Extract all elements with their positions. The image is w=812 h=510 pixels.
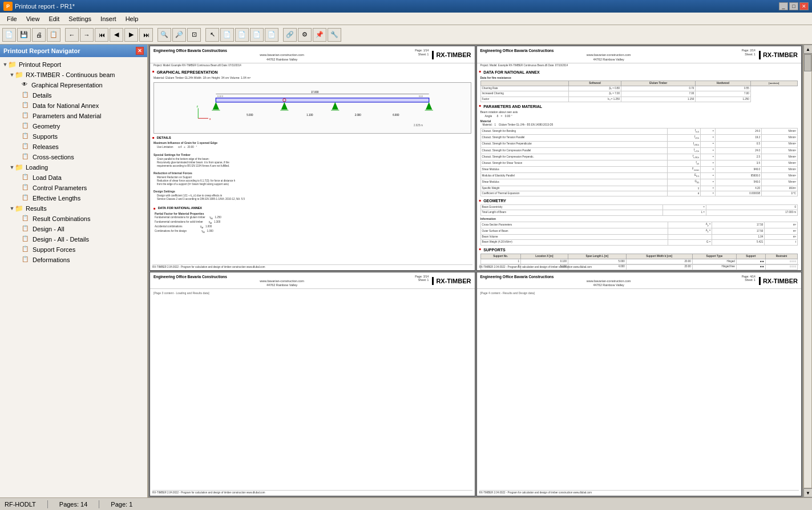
page-1: Engineering Office Bavaria Constructions…	[150, 46, 475, 271]
doc-icon-effective: 📋	[22, 194, 31, 202]
scroll-up-button[interactable]: ▲	[803, 45, 812, 54]
tree-arrow-loading[interactable]: ▼	[9, 164, 15, 170]
tree-container[interactable]: ▼ 📁 Printout Report ▼ 📁 RX-TIMBER - Cont…	[0, 57, 147, 497]
settings-button[interactable]: ⚙	[298, 28, 312, 42]
tree-item-cross-sections[interactable]: 📋 Cross-sections	[0, 152, 147, 162]
tool1-button[interactable]: 📄	[220, 28, 234, 42]
first-button[interactable]: ⏮	[95, 28, 108, 42]
svg-rect-5	[216, 98, 429, 102]
menu-edit[interactable]: Edit	[44, 14, 64, 23]
undo-button[interactable]: ←	[65, 28, 79, 42]
folder-icon-rx: 📁	[15, 71, 24, 79]
tree-item-params[interactable]: 📋 Parameters and Material	[0, 111, 147, 121]
tree-item-supports[interactable]: 📋 Supports	[0, 131, 147, 142]
tree-item-control-params[interactable]: 📋 Control Parameters	[0, 183, 147, 193]
tree-item-details[interactable]: 📋 Details	[0, 90, 147, 101]
tree-label-design-all: Design - All	[33, 226, 64, 232]
tool4-button[interactable]: 📄	[265, 28, 278, 42]
doc-icon-details: 📋	[22, 91, 31, 99]
section-params: PARAMETERS AND MATERIAL	[479, 104, 799, 109]
redo-button[interactable]: →	[80, 28, 94, 42]
vertical-scrollbar[interactable]: ▲ ▼	[803, 45, 812, 497]
svg-text:0.10 0: 0.10 0	[217, 95, 223, 98]
scroll-thumb[interactable]	[804, 54, 811, 71]
tree-item-design-all-details[interactable]: 📋 Design - All - Details	[0, 234, 147, 244]
link-button[interactable]: 🔗	[283, 28, 297, 42]
prev-button[interactable]: ◀	[110, 28, 123, 42]
new-button[interactable]: 📄	[2, 28, 16, 42]
svg-marker-8	[213, 102, 219, 109]
tree-item-effective-lengths[interactable]: 📋 Effective Lengths	[0, 193, 147, 203]
menu-view[interactable]: View	[22, 14, 45, 23]
maximize-button[interactable]: □	[789, 2, 798, 10]
doc-icon-releases: 📋	[22, 143, 31, 151]
tree-item-loading[interactable]: ▼ 📁 Loading	[0, 162, 147, 172]
panel-title: Printout Report Navigator	[3, 47, 80, 54]
tree-item-design-all[interactable]: 📋 Design - All	[0, 224, 147, 234]
doc-icon-support-forces: 📋	[22, 246, 31, 254]
left-panel: Printout Report Navigator ✕ ▼ 📁 Printout…	[0, 45, 148, 497]
tree-item-deformations[interactable]: 📋 Deformations	[0, 255, 147, 265]
tool-button[interactable]: 🔧	[328, 28, 341, 42]
tree-arrow-rx[interactable]: ▼	[9, 72, 15, 78]
tree-arrow[interactable]: ▼	[2, 62, 8, 67]
tree-label-cross-sections: Cross-sections	[33, 154, 74, 160]
tool2-button[interactable]: 📄	[235, 28, 249, 42]
svg-text:1.100: 1.100	[306, 113, 313, 116]
save-button[interactable]: 💾	[17, 28, 31, 42]
menu-file[interactable]: File	[2, 14, 22, 23]
zoom-in-button[interactable]: 🔍	[157, 28, 171, 42]
menu-settings[interactable]: Settings	[64, 14, 96, 23]
tool3-button[interactable]: 📄	[250, 28, 264, 42]
svg-marker-14	[332, 102, 338, 109]
tree-item-geometry[interactable]: 📋 Geometry	[0, 121, 147, 131]
tree-item-national[interactable]: 📋 Data for National Annex	[0, 101, 147, 111]
svg-marker-11	[281, 102, 288, 109]
print-button[interactable]: 🖨	[32, 28, 46, 42]
minimize-button[interactable]: _	[779, 2, 788, 10]
copy-button[interactable]: 📋	[47, 28, 60, 42]
tree-label-releases: Releases	[33, 143, 59, 150]
tree-item-results[interactable]: ▼ 📁 Results	[0, 203, 147, 214]
details-content: Maximum Influence of Grain for 1 opened …	[150, 141, 475, 234]
page-2-header: Engineering Office Bavaria Constructions…	[477, 46, 802, 63]
tree-item-printout-report[interactable]: ▼ 📁 Printout Report	[0, 59, 147, 70]
zoom-fit-button[interactable]: ⊡	[187, 28, 201, 42]
last-button[interactable]: ⏭	[139, 28, 153, 42]
scroll-track[interactable]	[803, 54, 812, 488]
company-addr-3: 44762 Rainbow Valley	[153, 283, 410, 287]
doc-icon-deformations: 📋	[22, 256, 31, 264]
doc-icon-design-details: 📋	[22, 235, 31, 243]
rx-timber-logo-1: RX-TIMBER	[432, 51, 471, 59]
tree-label-results: Results	[26, 205, 47, 212]
select-button[interactable]: ↖	[205, 28, 219, 42]
menu-help[interactable]: Help	[121, 14, 143, 23]
tree-item-result-combinations[interactable]: 📋 Result Combinations	[0, 214, 147, 224]
tree-item-releases[interactable]: 📋 Releases	[0, 142, 147, 152]
national-data: Data for fire resistance SoftwoodGlulam …	[477, 76, 802, 102]
tree-label-national: Data for National Annex	[33, 102, 99, 109]
tree-label-effective-lengths: Effective Lengths	[33, 195, 80, 202]
section-details-p1: DETAILS	[152, 136, 472, 140]
tree-item-graphical[interactable]: 👁 Graphical Representation	[0, 80, 147, 90]
rx-timber-logo-3: RX-TIMBER	[432, 277, 471, 285]
doc-icon-supports: 📋	[22, 132, 31, 140]
tree-item-load-data[interactable]: 📋 Load Data	[0, 172, 147, 183]
next-button[interactable]: ▶	[124, 28, 138, 42]
svg-text:2.000: 2.000	[355, 113, 362, 116]
close-button[interactable]: ✕	[799, 2, 809, 10]
eye-icon: 👁	[22, 81, 30, 89]
panel-close-button[interactable]: ✕	[136, 47, 144, 55]
page-4-content: [Page 4 content - Results and Design dat…	[480, 291, 798, 295]
scroll-down-button[interactable]: ▼	[803, 488, 812, 497]
pin-button[interactable]: 📌	[313, 28, 326, 42]
tree-label-deformations: Deformations	[33, 256, 70, 263]
zoom-out-button[interactable]: 🔎	[172, 28, 186, 42]
page-3-footer: RX-TIMBER 2.04.0022 - Program for calcul…	[152, 490, 472, 495]
tree-item-support-forces[interactable]: 📋 Support Forces	[0, 244, 147, 255]
menu-insert[interactable]: Insert	[96, 14, 121, 23]
tree-item-rx-timber[interactable]: ▼ 📁 RX-TIMBER - Continuous beam	[0, 70, 147, 80]
content-area[interactable]: Engineering Office Bavaria Constructions…	[148, 45, 803, 497]
tree-arrow-results[interactable]: ▼	[9, 206, 15, 211]
tree-label-params: Parameters and Material	[33, 113, 101, 119]
